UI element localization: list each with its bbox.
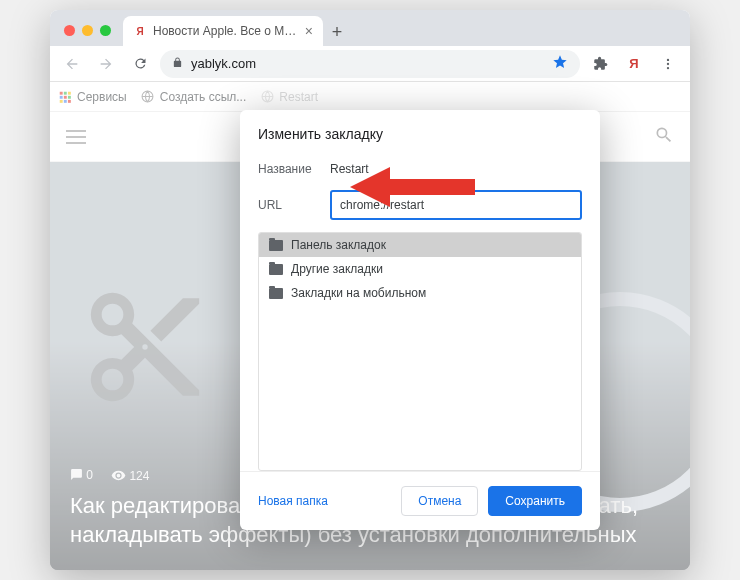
toolbar: yablyk.com Я [50,46,690,82]
folder-icon [269,240,283,251]
browser-window: Я Новости Apple. Все о Mac, iP × + yably… [50,10,690,570]
folder-tree[interactable]: Панель закладок Другие закладки Закладки… [258,232,582,471]
extensions-button[interactable] [586,50,614,78]
svg-point-1 [667,62,669,64]
name-field-value[interactable]: Restart [330,156,582,182]
address-bar[interactable]: yablyk.com [160,50,580,78]
address-text: yablyk.com [191,56,256,71]
tab-favicon: Я [133,24,147,38]
edit-bookmark-dialog: Изменить закладку Название Restart URL П… [240,110,600,530]
url-field-label: URL [258,198,320,212]
new-tab-button[interactable]: + [323,18,351,46]
forward-button[interactable] [92,50,120,78]
back-button[interactable] [58,50,86,78]
name-field-label: Название [258,162,320,176]
close-tab-icon[interactable]: × [305,23,313,39]
svg-point-0 [667,58,669,60]
folder-icon [269,264,283,275]
yandex-extension-icon[interactable]: Я [620,50,648,78]
reload-button[interactable] [126,50,154,78]
folder-label: Другие закладки [291,262,383,276]
tab-title: Новости Apple. Все о Mac, iP [153,24,299,38]
folder-item[interactable]: Панель закладок [259,233,581,257]
window-controls [64,25,111,36]
folder-label: Закладки на мобильном [291,286,426,300]
folder-item[interactable]: Закладки на мобильном [259,281,581,305]
kebab-icon [661,57,675,71]
save-button[interactable]: Сохранить [488,486,582,516]
dialog-title: Изменить закладку [240,110,600,152]
arrow-right-icon [98,56,114,72]
folder-icon [269,288,283,299]
lock-icon [172,57,183,70]
svg-point-2 [667,66,669,68]
reload-icon [133,56,148,71]
menu-button[interactable] [654,50,682,78]
close-window-button[interactable] [64,25,75,36]
new-folder-button[interactable]: Новая папка [258,494,328,508]
puzzle-icon [593,56,608,71]
arrow-left-icon [64,56,80,72]
bookmark-star-icon[interactable] [552,54,568,73]
maximize-window-button[interactable] [100,25,111,36]
browser-tab[interactable]: Я Новости Apple. Все о Mac, iP × [123,16,323,46]
folder-item[interactable]: Другие закладки [259,257,581,281]
cancel-button[interactable]: Отмена [401,486,478,516]
tab-bar: Я Новости Apple. Все о Mac, iP × + [50,10,690,46]
url-field-input[interactable] [330,190,582,220]
folder-label: Панель закладок [291,238,386,252]
dialog-footer: Новая папка Отмена Сохранить [240,471,600,530]
minimize-window-button[interactable] [82,25,93,36]
